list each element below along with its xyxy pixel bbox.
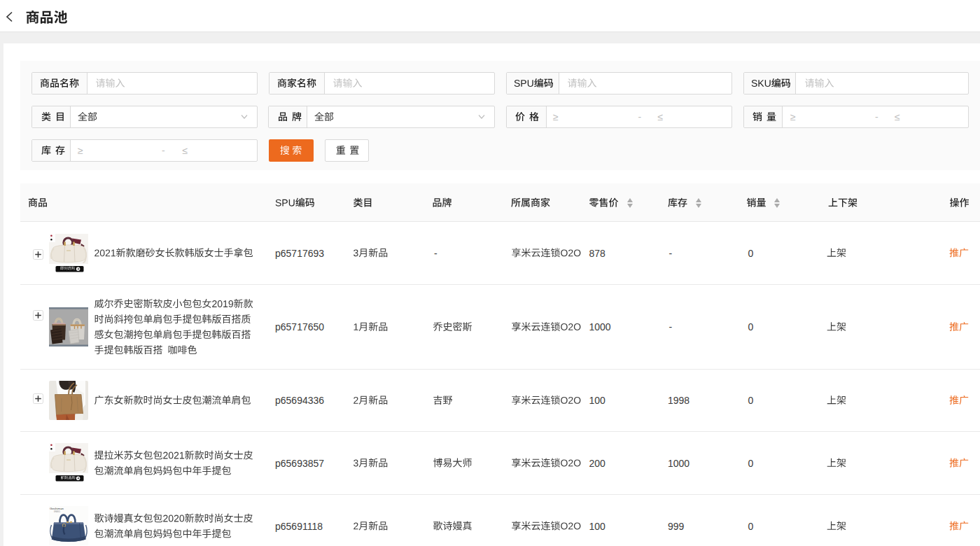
svg-text:Geshiman: Geshiman [50, 506, 64, 510]
svg-text:BRAND: BRAND [54, 510, 60, 512]
